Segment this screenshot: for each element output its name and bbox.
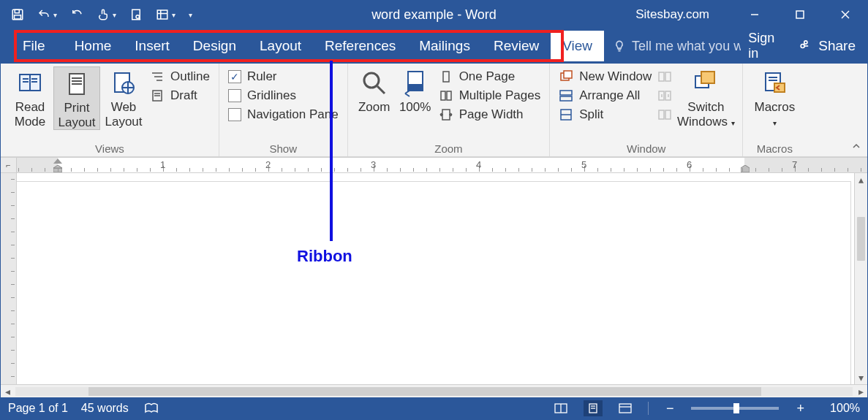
- read-mode-button[interactable]: Read Mode: [7, 66, 53, 129]
- group-macros-label: Macros: [749, 140, 800, 155]
- scroll-down-button[interactable]: ▾: [855, 371, 867, 384]
- macros-button[interactable]: Macros▾: [749, 66, 800, 129]
- ruler-left-margin: [17, 158, 58, 172]
- sync-scroll-button: [657, 88, 672, 103]
- zoom-100-label: 100%: [399, 100, 431, 115]
- arrange-all-label: Arrange All: [579, 88, 640, 103]
- svg-rect-31: [443, 72, 449, 82]
- tab-references[interactable]: References: [313, 31, 407, 61]
- arrange-all-button[interactable]: Arrange All: [559, 88, 652, 103]
- draft-icon: [150, 88, 165, 103]
- tab-insert[interactable]: Insert: [123, 31, 181, 61]
- zoom-100-button[interactable]: 100 100%: [395, 66, 436, 115]
- zoom-slider[interactable]: [691, 407, 779, 410]
- zoom-level-status[interactable]: 100%: [822, 402, 860, 415]
- print-layout-label: Print Layout: [54, 101, 99, 129]
- web-layout-label: Web Layout: [100, 100, 147, 129]
- outline-label: Outline: [170, 69, 210, 84]
- page-number-status[interactable]: Page 1 of 1: [8, 402, 68, 415]
- touch-mode-button[interactable]: ▾: [97, 8, 116, 21]
- horizontal-scrollbar[interactable]: ◂ ▸: [1, 384, 867, 397]
- tab-design[interactable]: Design: [181, 31, 248, 61]
- web-layout-view-button[interactable]: [616, 400, 635, 416]
- tell-me-search[interactable]: Tell me what you want to do: [613, 39, 741, 54]
- qat-customize-button[interactable]: ▾: [189, 11, 192, 19]
- ruler-checkbox[interactable]: ✓ Ruler: [228, 69, 339, 84]
- collapse-ribbon-button[interactable]: [851, 141, 861, 153]
- tab-view[interactable]: View: [551, 31, 604, 61]
- ruler-corner: ⌐: [1, 158, 17, 172]
- print-layout-icon: [62, 69, 91, 99]
- switch-windows-icon: [691, 68, 720, 99]
- spelling-status-button[interactable]: [142, 400, 161, 416]
- group-zoom-label: Zoom: [354, 140, 544, 155]
- scroll-right-button[interactable]: ▸: [854, 385, 867, 398]
- group-macros: Macros▾ Macros: [743, 64, 806, 156]
- print-preview-icon: [129, 8, 143, 21]
- share-button[interactable]: Share: [786, 28, 867, 64]
- draft-button[interactable]: Draft: [150, 88, 210, 103]
- web-layout-button[interactable]: Web Layout: [100, 66, 147, 129]
- print-layout-button[interactable]: Print Layout: [53, 66, 100, 130]
- outline-button[interactable]: Outline: [150, 69, 210, 84]
- vertical-ruler[interactable]: [1, 173, 17, 384]
- hscroll-thumb[interactable]: [88, 387, 761, 396]
- horizontal-ruler[interactable]: ⌐ 1234567: [1, 157, 867, 173]
- navigation-pane-checkbox[interactable]: Navigation Pane: [228, 107, 339, 122]
- new-window-button[interactable]: New Window: [559, 69, 652, 84]
- save-button[interactable]: [11, 8, 24, 21]
- zoom-out-button[interactable]: −: [662, 401, 679, 416]
- vertical-scrollbar[interactable]: ▴ ▾: [854, 173, 867, 384]
- zoom-button[interactable]: Zoom: [354, 66, 395, 115]
- page-viewport[interactable]: <: [17, 173, 854, 384]
- scroll-thumb[interactable]: [857, 217, 865, 261]
- tab-home[interactable]: Home: [63, 31, 124, 61]
- tab-layout[interactable]: Layout: [248, 31, 313, 61]
- tell-me-placeholder: Tell me what you want to do: [632, 39, 741, 54]
- tab-review[interactable]: Review: [482, 31, 551, 61]
- tab-mailings[interactable]: Mailings: [407, 31, 482, 61]
- close-icon: [840, 9, 850, 20]
- zoom-slider-knob[interactable]: [733, 403, 739, 413]
- annotation-label: Ribbon: [297, 247, 352, 266]
- word-count-status[interactable]: 45 words: [81, 402, 129, 415]
- one-page-button[interactable]: One Page: [439, 69, 541, 84]
- print-preview-button[interactable]: [129, 8, 143, 21]
- scroll-left-button[interactable]: ◂: [1, 385, 14, 398]
- zoom-in-button[interactable]: +: [792, 401, 809, 416]
- scroll-up-button[interactable]: ▴: [855, 173, 867, 186]
- svg-rect-38: [560, 96, 572, 101]
- table-icon: [156, 8, 169, 21]
- redo-button[interactable]: [70, 8, 83, 21]
- hscroll-track[interactable]: [15, 387, 853, 396]
- tab-file[interactable]: File: [1, 31, 63, 61]
- switch-windows-button[interactable]: Switch Windows ▾: [675, 66, 736, 129]
- undo-icon: [37, 8, 50, 21]
- chevron-down-icon: ▾: [53, 11, 57, 19]
- quick-access-toolbar: ▾ ▾ ▾ ▾: [1, 8, 203, 21]
- print-layout-view-button[interactable]: [584, 400, 603, 416]
- close-button[interactable]: [828, 1, 863, 28]
- ribbon: Read Mode Print Layout Web Layout Outlin…: [1, 64, 867, 157]
- gridlines-checkbox[interactable]: Gridlines: [228, 88, 339, 103]
- title-bar: ▾ ▾ ▾ ▾ word example - Word Sitesbay.com: [1, 1, 867, 28]
- svg-rect-32: [441, 91, 445, 100]
- switch-windows-label: Switch Windows ▾: [675, 100, 736, 129]
- document-page[interactable]: [17, 182, 850, 384]
- sign-in-button[interactable]: Sign in: [741, 31, 786, 61]
- split-button[interactable]: Split: [559, 107, 652, 122]
- undo-button[interactable]: ▾: [37, 8, 57, 21]
- page-width-button[interactable]: Page Width: [439, 107, 541, 122]
- minimize-button[interactable]: [737, 1, 772, 28]
- split-label: Split: [579, 107, 603, 122]
- one-page-icon: [439, 69, 453, 84]
- sync-scroll-icon: [657, 88, 672, 103]
- quick-print-button[interactable]: ▾: [156, 8, 176, 21]
- multiple-pages-button[interactable]: Multiple Pages: [439, 88, 541, 103]
- page-width-icon: [439, 107, 453, 122]
- first-line-indent-marker[interactable]: [53, 159, 62, 164]
- maximize-button[interactable]: [782, 1, 818, 28]
- svg-rect-36: [564, 71, 572, 78]
- checkbox-checked-icon: ✓: [228, 70, 241, 83]
- read-mode-view-button[interactable]: [551, 400, 570, 416]
